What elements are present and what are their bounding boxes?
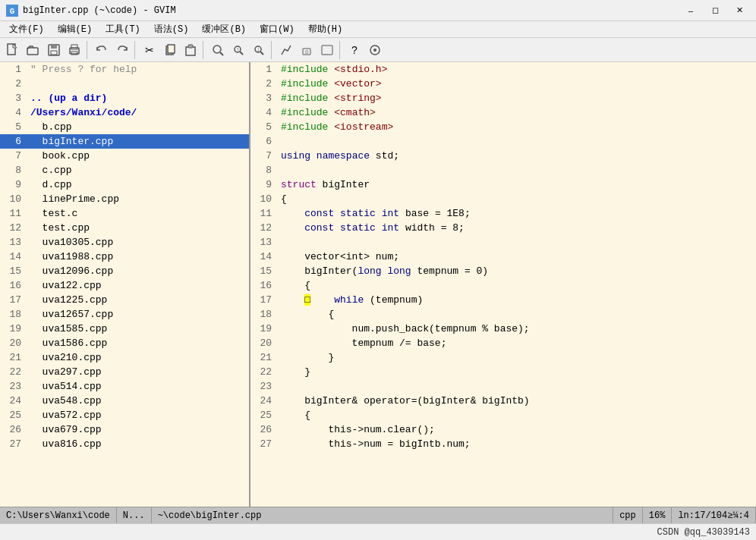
file-list-item[interactable]: 3.. (up a dir): [0, 91, 249, 105]
window-controls[interactable]: – ◻ ✕: [680, 3, 750, 18]
file-list-item[interactable]: 8 c.cpp: [0, 163, 249, 177]
code-line-number: 18: [250, 307, 278, 322]
tb-find-prev[interactable]: ↑: [228, 40, 248, 60]
file-line-number: 3: [0, 91, 27, 105]
tb-copy[interactable]: [160, 40, 180, 60]
tb-cut[interactable]: ✂: [140, 40, 159, 60]
file-list-item[interactable]: 15 uva12096.cpp: [0, 264, 249, 278]
file-line-number: 12: [0, 221, 27, 235]
file-list-item[interactable]: 5 b.cpp: [0, 120, 249, 134]
file-list-item[interactable]: 1" Press ? for help: [0, 62, 249, 77]
file-line-number: 9: [0, 177, 27, 192]
file-line-number: 15: [0, 264, 27, 278]
code-line-content: {: [278, 192, 756, 206]
file-list-item[interactable]: 19 uva1585.cpp: [0, 322, 249, 336]
tb-find[interactable]: [208, 40, 228, 60]
file-list-item[interactable]: 14 uva11988.cpp: [0, 250, 249, 264]
code-line-number: 10: [250, 192, 278, 206]
code-line-content: [278, 379, 756, 394]
tb-new[interactable]: [3, 40, 23, 60]
minimize-button[interactable]: –: [680, 3, 701, 18]
file-line-content: bigInter.cpp: [27, 134, 249, 149]
code-line: 15 bigInter(long long tempnum = 0): [250, 264, 756, 278]
tb-tools2[interactable]: ⚙: [297, 40, 317, 60]
tb-save[interactable]: [44, 40, 64, 60]
tb-tools3[interactable]: _: [317, 40, 337, 60]
code-line-content: {: [278, 408, 756, 422]
file-line-content: c.cpp: [27, 163, 249, 177]
menu-buffer[interactable]: 缓冲区(B): [196, 21, 252, 37]
tb-redo[interactable]: [112, 40, 132, 60]
code-line-number: 6: [250, 134, 278, 149]
app-icon: G: [6, 5, 18, 17]
file-list-item[interactable]: 24 uva548.cpp: [0, 394, 249, 408]
code-line-content: num.push_back(tempnum % base);: [278, 322, 756, 336]
menu-edit[interactable]: 编辑(E): [52, 21, 99, 37]
title-bar: G bigInter.cpp (~\code) - GVIM – ◻ ✕: [0, 0, 756, 21]
tb-paste[interactable]: [181, 40, 200, 60]
code-line-content: this->num = bigIntb.num;: [278, 437, 756, 451]
code-line-content: }: [278, 365, 756, 379]
file-line-content: book.cpp: [27, 149, 249, 163]
code-line-content: #include <iostream>: [278, 120, 756, 134]
file-list-item[interactable]: 26 uva679.cpp: [0, 422, 249, 437]
file-list-item[interactable]: 6 bigInter.cpp: [0, 134, 249, 149]
file-line-content: .. (up a dir): [27, 91, 249, 105]
code-line-number: 3: [250, 91, 278, 105]
file-line-content: uva1225.cpp: [27, 293, 249, 307]
close-button[interactable]: ✕: [729, 3, 750, 18]
code-line: 2#include <vector>: [250, 77, 756, 91]
code-line: 20 tempnum /= base;: [250, 336, 756, 350]
code-line-content: this->num.clear();: [278, 422, 756, 437]
file-line-number: 23: [0, 379, 27, 394]
menu-window[interactable]: 窗口(W): [254, 21, 301, 37]
file-list-item[interactable]: 23 uva514.cpp: [0, 379, 249, 394]
status-bar: C:\Users\Wanxi\code N... ~\code\bigInter…: [0, 507, 756, 523]
code-line-number: 7: [250, 149, 278, 163]
file-line-number: 22: [0, 365, 27, 379]
tb-macro[interactable]: [365, 40, 385, 60]
tb-find-next[interactable]: ↓: [249, 40, 269, 60]
file-list-item[interactable]: 21 uva210.cpp: [0, 350, 249, 365]
file-list-item[interactable]: 18 uva12657.cpp: [0, 307, 249, 322]
file-list-item[interactable]: 27 uva816.cpp: [0, 437, 249, 451]
file-list-item[interactable]: 17 uva1225.cpp: [0, 293, 249, 307]
file-list-item[interactable]: 13 uva10305.cpp: [0, 235, 249, 250]
file-list-item[interactable]: 11 test.c: [0, 206, 249, 221]
code-line: 21 }: [250, 350, 756, 365]
svg-rect-11: [168, 45, 175, 53]
tb-help[interactable]: ?: [345, 40, 364, 60]
file-list-item[interactable]: 2: [0, 77, 249, 91]
code-line: 13: [250, 235, 756, 250]
menu-syntax[interactable]: 语法(S): [148, 21, 195, 37]
main-content: 1" Press ? for help23.. (up a dir)4/User…: [0, 62, 756, 507]
code-line: 1#include <stdio.h>: [250, 62, 756, 77]
menu-file[interactable]: 文件(F): [3, 21, 50, 37]
code-line-content: vector<int> num;: [278, 250, 756, 264]
file-list-item[interactable]: 7 book.cpp: [0, 149, 249, 163]
menu-help[interactable]: 帮助(H): [302, 21, 349, 37]
file-list-item[interactable]: 16 uva122.cpp: [0, 278, 249, 293]
tb-undo[interactable]: [92, 40, 112, 60]
code-line-content: {: [278, 278, 756, 293]
file-line-content: linePrime.cpp: [27, 192, 249, 206]
file-list-item[interactable]: 4/Users/Wanxi/code/: [0, 105, 249, 120]
code-panel[interactable]: 1#include <stdio.h>2#include <vector>3#i…: [250, 62, 756, 507]
menu-tools[interactable]: 工具(T): [99, 21, 146, 37]
tb-print[interactable]: [65, 40, 84, 60]
file-list-item[interactable]: 9 d.cpp: [0, 177, 249, 192]
code-line-content: [278, 134, 756, 149]
maximize-button[interactable]: ◻: [704, 3, 726, 18]
file-list-item[interactable]: 10 linePrime.cpp: [0, 192, 249, 206]
file-line-number: 24: [0, 394, 27, 408]
file-list-item[interactable]: 22 uva297.cpp: [0, 365, 249, 379]
tb-sep-5: [339, 41, 342, 59]
file-list-item[interactable]: 20 uva1586.cpp: [0, 336, 249, 350]
file-list-item[interactable]: 25 uva572.cpp: [0, 408, 249, 422]
file-line-content: uva514.cpp: [27, 379, 249, 394]
file-list-item[interactable]: 12 test.cpp: [0, 221, 249, 235]
tb-open[interactable]: [24, 40, 43, 60]
code-line: 3#include <string>: [250, 91, 756, 105]
file-line-content: uva12657.cpp: [27, 307, 249, 322]
tb-tools1[interactable]: [276, 40, 296, 60]
